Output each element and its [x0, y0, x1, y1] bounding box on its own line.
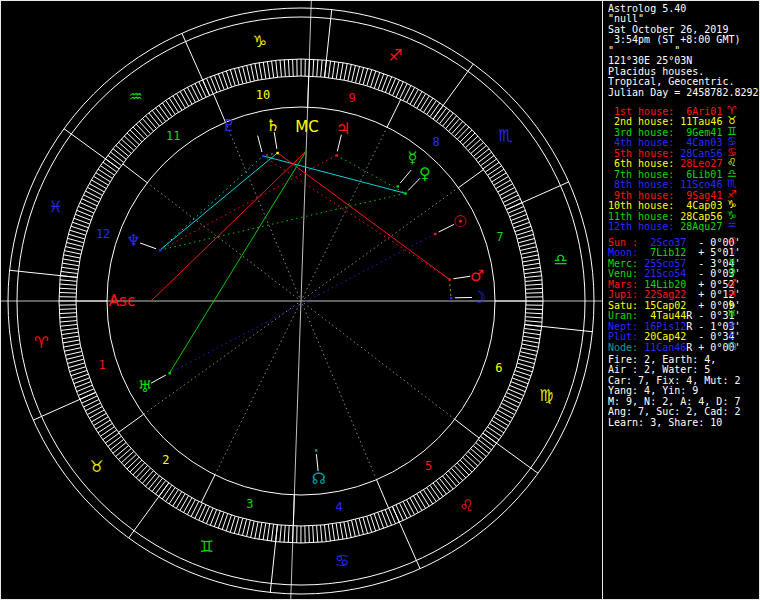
cancer-sign-icon: ♋ — [335, 551, 349, 570]
degree-tick — [466, 136, 478, 148]
aries-sign-icon: ♈ — [34, 333, 48, 352]
degree-tick — [352, 65, 356, 82]
house-label: 11th house: — [608, 211, 674, 222]
degree-tick — [481, 155, 495, 165]
degree-tick — [263, 62, 266, 79]
degree-tick — [340, 63, 343, 80]
midheaven-label: MC — [295, 118, 318, 136]
house-number: 5 — [425, 459, 432, 473]
degree-tick — [124, 136, 136, 148]
sun-position-dot — [434, 233, 436, 235]
degree-tick — [517, 363, 533, 368]
house-cusp-line — [201, 475, 215, 503]
jupiter-position-dot — [335, 154, 337, 156]
degree-tick — [359, 67, 363, 83]
degree-tick — [116, 145, 129, 156]
degree-tick — [439, 478, 449, 491]
degree-tick — [243, 66, 247, 82]
degree-tick — [468, 452, 481, 463]
uranus-icon: ♅ — [138, 377, 152, 396]
degree-tick — [494, 417, 509, 426]
degree-tick — [518, 238, 534, 242]
degree-tick — [417, 494, 426, 509]
degree-tick — [348, 64, 352, 81]
degree-tick — [522, 255, 539, 258]
degree-tick — [478, 440, 491, 450]
degree-tick — [292, 526, 293, 543]
planet-position-value: 2Sco37 — [638, 237, 686, 248]
degree-tick — [293, 59, 294, 76]
scorpio-sign-icon: ♏ — [498, 126, 512, 145]
degree-tick — [180, 496, 189, 511]
degree-tick — [407, 87, 415, 102]
degree-tick — [267, 524, 269, 541]
mars-pointer — [453, 276, 470, 278]
degree-tick — [173, 96, 182, 110]
house-number: 4 — [335, 500, 342, 514]
mars-moon-aspect-line — [449, 279, 451, 298]
house-cusp-line — [123, 164, 148, 183]
degree-tick — [430, 485, 440, 499]
degree-tick — [259, 523, 262, 540]
degree-tick — [446, 473, 457, 486]
degree-tick — [70, 230, 86, 235]
house-cusp-value: 11Sco46 — [674, 179, 722, 190]
mars-position-dot — [448, 278, 450, 280]
house-cusp-value: 28Can56 — [674, 148, 722, 159]
house-cusp-line — [377, 480, 389, 509]
sign-boundary — [325, 10, 332, 78]
degree-tick — [523, 259, 540, 262]
degree-tick — [84, 195, 99, 202]
degree-tick — [166, 100, 176, 114]
degree-tick — [483, 159, 497, 169]
house-number: 8 — [433, 135, 440, 149]
aquarius-sign-icon: ♒ — [128, 87, 142, 106]
planet-label: Jupi: — [608, 289, 638, 300]
degree-tick — [332, 61, 334, 78]
degree-tick — [460, 460, 472, 472]
degree-tick — [62, 336, 79, 339]
sign-boundary — [525, 325, 593, 332]
degree-tick — [118, 449, 131, 460]
degree-tick — [525, 317, 542, 318]
degree-tick — [317, 525, 318, 542]
taurus-sign-icon: ♉ — [89, 457, 103, 476]
degree-tick — [169, 490, 178, 504]
degree-tick — [271, 524, 273, 541]
house-number: 7 — [496, 230, 503, 244]
degree-tick — [449, 471, 460, 484]
degree-tick — [136, 466, 148, 478]
degree-tick — [66, 242, 82, 246]
planet-label: Satu: — [608, 300, 638, 311]
degree-tick — [525, 284, 542, 285]
degree-tick — [471, 142, 484, 153]
degree-tick — [309, 59, 310, 76]
degree-tick — [443, 113, 454, 126]
degree-tick — [124, 454, 136, 466]
degree-tick — [446, 116, 457, 129]
house-label: 2nd house: — [608, 116, 674, 127]
house-cusp-value: 4Cap03 — [674, 200, 722, 211]
pluto-venus-aspect-line — [263, 156, 405, 193]
degree-tick — [413, 496, 421, 511]
degree-tick — [526, 293, 543, 294]
degree-tick — [162, 485, 172, 499]
degree-tick — [98, 169, 112, 178]
degree-tick — [118, 142, 131, 153]
planet-position-value: 7Lib12 — [638, 247, 686, 258]
degree-tick — [321, 525, 322, 542]
degree-tick — [363, 517, 368, 533]
degree-tick — [494, 176, 509, 185]
degree-tick — [407, 500, 415, 515]
degree-tick — [230, 70, 235, 86]
house-cusp-value: 4Can03 — [674, 137, 722, 148]
degree-tick — [476, 443, 489, 454]
degree-tick — [526, 288, 543, 289]
degree-tick — [63, 340, 80, 343]
mars-icon: ♂ — [470, 266, 484, 285]
degree-tick — [247, 65, 251, 82]
degree-tick — [336, 62, 339, 79]
planet-position-value: 16Pis12 — [638, 321, 686, 332]
degree-tick — [159, 105, 169, 119]
degree-tick — [62, 263, 79, 266]
